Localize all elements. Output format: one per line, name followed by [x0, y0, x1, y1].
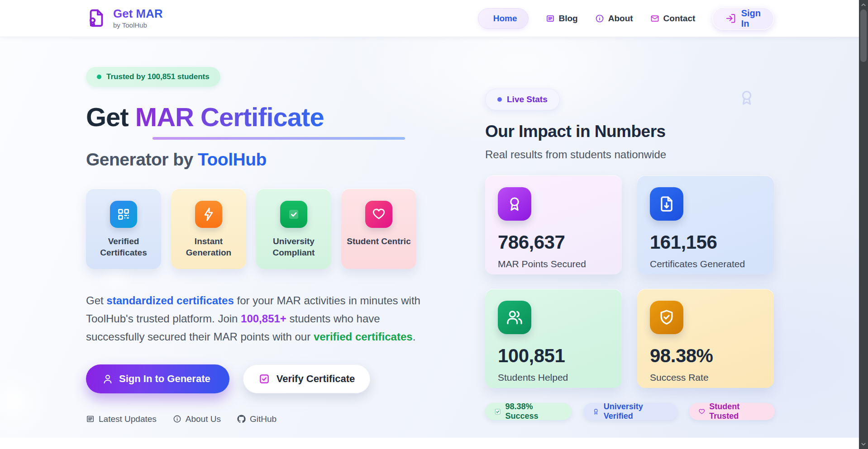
- stats-subheading: Real results from students nationwide: [485, 148, 775, 161]
- badge-success-rate: 98.38% Success: [485, 403, 572, 420]
- secondary-cta-label: Verify Certificate: [277, 373, 355, 385]
- award-watermark-icon: [738, 87, 756, 109]
- desc-text: Get: [86, 294, 106, 307]
- live-stats-badge: Live Stats: [485, 89, 560, 110]
- badge-label: University Verified: [604, 402, 668, 421]
- nav-label-about: About: [608, 14, 633, 24]
- desc-text: .: [413, 331, 416, 343]
- scrollbar-thumb[interactable]: [860, 9, 867, 62]
- info-icon: [595, 14, 604, 23]
- desc-link-standardized[interactable]: standardized certificates: [106, 294, 234, 307]
- desc-student-count: 100,851+: [241, 312, 286, 325]
- scrollbar-up-arrow[interactable]: [859, 1, 868, 9]
- link-github[interactable]: GitHub: [237, 414, 277, 424]
- feature-card-student: Student Centric: [341, 189, 416, 269]
- stat-card-mar-points: 786,637 MAR Points Secured: [485, 175, 622, 274]
- trusted-badge-label: Trusted by 100,851 students: [106, 72, 210, 81]
- link-about-us[interactable]: About Us: [173, 414, 221, 424]
- quick-links: Latest Updates About Us GitHub: [86, 414, 422, 424]
- stats-grid: 786,637 MAR Points Secured 161,156 Certi…: [485, 175, 775, 388]
- subtitle-brand: ToolHub: [198, 150, 267, 169]
- award-icon: [498, 187, 531, 221]
- nav-item-blog[interactable]: Blog: [546, 14, 578, 24]
- brand-logo-group[interactable]: Get MAR by ToolHub: [86, 8, 163, 28]
- page-title: Get MAR Certificate: [86, 102, 422, 132]
- badge-label: Student Trusted: [709, 402, 766, 421]
- quick-link-label: GitHub: [250, 414, 277, 424]
- nav-item-home[interactable]: Home: [478, 8, 529, 29]
- stat-card-students: 100,851 Students Helped: [485, 289, 622, 388]
- log-in-icon: [725, 13, 736, 24]
- indigo-dot-icon: [497, 97, 502, 102]
- list-icon: [86, 415, 95, 423]
- title-highlight: MAR Certificate: [135, 102, 324, 132]
- trust-badges: 98.38% Success University Verified Stude…: [485, 403, 775, 420]
- feature-label: Student Centric: [343, 236, 414, 247]
- lightning-icon: [195, 201, 222, 228]
- verify-certificate-button[interactable]: Verify Certificate: [243, 364, 371, 393]
- page-scrollbar[interactable]: [859, 0, 868, 449]
- top-navigation-bar: Get MAR by ToolHub Home Blog: [0, 0, 868, 37]
- title-underline-decoration: [153, 137, 405, 140]
- nav-item-about[interactable]: About: [595, 14, 633, 24]
- link-latest-updates[interactable]: Latest Updates: [86, 414, 157, 424]
- subtitle-prefix: Generator by: [86, 150, 198, 169]
- hero-section: Trusted by 100,851 students Get MAR Cert…: [86, 37, 422, 424]
- newspaper-icon: [546, 14, 555, 23]
- feature-label: Instant Generation: [171, 236, 246, 259]
- qr-code-icon: [110, 201, 137, 228]
- stat-value: 786,637: [498, 232, 609, 253]
- quick-link-label: About Us: [186, 414, 221, 424]
- stat-card-success-rate: 98.38% Success Rate: [637, 289, 774, 388]
- feature-label: Verified Certificates: [86, 236, 161, 259]
- feature-card-compliant: University Compliant: [256, 189, 331, 269]
- stats-heading: Our Impact in Numbers: [485, 122, 775, 141]
- brand-name: Get MAR: [113, 8, 163, 20]
- check-square-icon: [280, 201, 307, 228]
- cta-buttons: Sign In to Generate Verify Certificate: [86, 364, 422, 393]
- checkbox-icon: [258, 373, 270, 385]
- stat-label: Success Rate: [650, 372, 761, 383]
- heart-icon: [365, 201, 392, 228]
- user-icon: [102, 373, 113, 384]
- trusted-badge: Trusted by 100,851 students: [86, 67, 220, 87]
- shield-check-icon: [650, 301, 683, 334]
- stat-value: 98.38%: [650, 345, 761, 367]
- badge-university-verified: University Verified: [583, 403, 677, 420]
- certificate-document-icon: [86, 8, 107, 28]
- nav-label-home: Home: [493, 14, 517, 24]
- stat-card-certificates: 161,156 Certificates Generated: [637, 175, 774, 274]
- badge-student-trusted: Student Trusted: [689, 403, 775, 420]
- sign-in-button[interactable]: Sign In: [712, 7, 774, 30]
- nav-item-contact[interactable]: Contact: [650, 14, 696, 24]
- users-icon: [498, 301, 531, 334]
- sign-in-label: Sign In: [741, 8, 761, 29]
- sign-in-to-generate-button[interactable]: Sign In to Generate: [86, 364, 229, 393]
- feature-cards: Verified Certificates Instant Generation: [86, 189, 422, 269]
- feature-card-instant: Instant Generation: [171, 189, 246, 269]
- award-icon: [592, 408, 599, 416]
- mail-icon: [650, 14, 659, 23]
- live-stats-label: Live Stats: [507, 95, 548, 104]
- stat-label: Students Helped: [498, 372, 609, 383]
- github-icon: [237, 415, 246, 423]
- page-subtitle: Generator by ToolHub: [86, 150, 422, 170]
- nav-label-contact: Contact: [663, 14, 696, 24]
- hero-description: Get standardized certificates for your M…: [86, 292, 422, 346]
- feature-card-verified: Verified Certificates: [86, 189, 161, 269]
- stat-label: MAR Points Secured: [498, 259, 609, 269]
- scrollbar-down-arrow[interactable]: [859, 440, 868, 448]
- stat-value: 161,156: [650, 232, 761, 253]
- stats-section: Live Stats Our Impact in Numbers Real re…: [485, 37, 775, 424]
- main-nav: Home Blog About: [478, 7, 774, 30]
- desc-link-verified[interactable]: verified certificates: [314, 331, 413, 343]
- nav-label-blog: Blog: [559, 14, 578, 24]
- primary-cta-label: Sign In to Generate: [119, 373, 210, 385]
- checkbox-icon: [494, 408, 501, 416]
- landing-page: Get MAR by ToolHub Home Blog: [0, 0, 868, 449]
- brand-text: Get MAR by ToolHub: [113, 8, 163, 28]
- info-icon: [173, 415, 181, 423]
- file-download-icon: [650, 187, 683, 221]
- title-prefix: Get: [86, 102, 135, 132]
- feature-label: University Compliant: [256, 236, 331, 259]
